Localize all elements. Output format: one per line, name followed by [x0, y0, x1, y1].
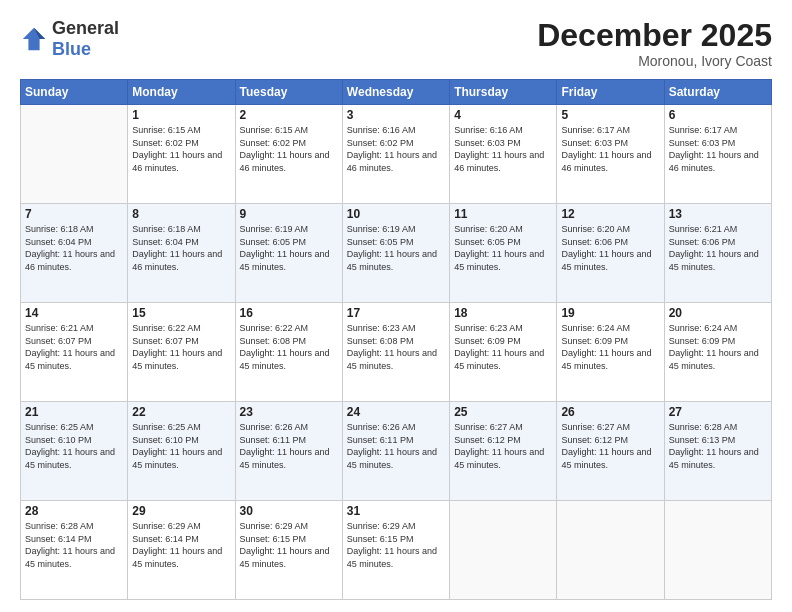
col-header-sunday: Sunday [21, 80, 128, 105]
day-number: 13 [669, 207, 767, 221]
col-header-thursday: Thursday [450, 80, 557, 105]
calendar-header-row: SundayMondayTuesdayWednesdayThursdayFrid… [21, 80, 772, 105]
day-info: Sunrise: 6:20 AMSunset: 6:06 PMDaylight:… [561, 223, 659, 273]
day-number: 28 [25, 504, 123, 518]
calendar-table: SundayMondayTuesdayWednesdayThursdayFrid… [20, 79, 772, 600]
col-header-friday: Friday [557, 80, 664, 105]
day-info: Sunrise: 6:28 AMSunset: 6:13 PMDaylight:… [669, 421, 767, 471]
calendar-cell [450, 501, 557, 600]
calendar-cell: 19Sunrise: 6:24 AMSunset: 6:09 PMDayligh… [557, 303, 664, 402]
day-info: Sunrise: 6:18 AMSunset: 6:04 PMDaylight:… [132, 223, 230, 273]
day-info: Sunrise: 6:23 AMSunset: 6:08 PMDaylight:… [347, 322, 445, 372]
day-number: 4 [454, 108, 552, 122]
title-section: December 2025 Moronou, Ivory Coast [537, 18, 772, 69]
day-info: Sunrise: 6:16 AMSunset: 6:03 PMDaylight:… [454, 124, 552, 174]
calendar-week-row: 21Sunrise: 6:25 AMSunset: 6:10 PMDayligh… [21, 402, 772, 501]
day-info: Sunrise: 6:24 AMSunset: 6:09 PMDaylight:… [561, 322, 659, 372]
calendar-week-row: 14Sunrise: 6:21 AMSunset: 6:07 PMDayligh… [21, 303, 772, 402]
day-info: Sunrise: 6:20 AMSunset: 6:05 PMDaylight:… [454, 223, 552, 273]
day-info: Sunrise: 6:19 AMSunset: 6:05 PMDaylight:… [240, 223, 338, 273]
day-info: Sunrise: 6:27 AMSunset: 6:12 PMDaylight:… [561, 421, 659, 471]
day-info: Sunrise: 6:29 AMSunset: 6:15 PMDaylight:… [240, 520, 338, 570]
calendar-cell: 27Sunrise: 6:28 AMSunset: 6:13 PMDayligh… [664, 402, 771, 501]
day-number: 25 [454, 405, 552, 419]
day-info: Sunrise: 6:16 AMSunset: 6:02 PMDaylight:… [347, 124, 445, 174]
calendar-cell: 10Sunrise: 6:19 AMSunset: 6:05 PMDayligh… [342, 204, 449, 303]
month-title: December 2025 [537, 18, 772, 53]
day-info: Sunrise: 6:24 AMSunset: 6:09 PMDaylight:… [669, 322, 767, 372]
calendar-week-row: 7Sunrise: 6:18 AMSunset: 6:04 PMDaylight… [21, 204, 772, 303]
calendar-cell: 4Sunrise: 6:16 AMSunset: 6:03 PMDaylight… [450, 105, 557, 204]
day-info: Sunrise: 6:26 AMSunset: 6:11 PMDaylight:… [347, 421, 445, 471]
day-number: 22 [132, 405, 230, 419]
calendar-cell: 28Sunrise: 6:28 AMSunset: 6:14 PMDayligh… [21, 501, 128, 600]
calendar-cell: 30Sunrise: 6:29 AMSunset: 6:15 PMDayligh… [235, 501, 342, 600]
calendar-cell [664, 501, 771, 600]
calendar-cell: 24Sunrise: 6:26 AMSunset: 6:11 PMDayligh… [342, 402, 449, 501]
day-number: 2 [240, 108, 338, 122]
location-subtitle: Moronou, Ivory Coast [537, 53, 772, 69]
calendar-cell: 17Sunrise: 6:23 AMSunset: 6:08 PMDayligh… [342, 303, 449, 402]
day-number: 12 [561, 207, 659, 221]
day-number: 1 [132, 108, 230, 122]
calendar-cell [557, 501, 664, 600]
logo: General Blue [20, 18, 119, 60]
page: General Blue December 2025 Moronou, Ivor… [0, 0, 792, 612]
day-number: 10 [347, 207, 445, 221]
day-info: Sunrise: 6:28 AMSunset: 6:14 PMDaylight:… [25, 520, 123, 570]
calendar-cell: 8Sunrise: 6:18 AMSunset: 6:04 PMDaylight… [128, 204, 235, 303]
day-number: 16 [240, 306, 338, 320]
day-number: 3 [347, 108, 445, 122]
day-info: Sunrise: 6:15 AMSunset: 6:02 PMDaylight:… [132, 124, 230, 174]
calendar-cell: 23Sunrise: 6:26 AMSunset: 6:11 PMDayligh… [235, 402, 342, 501]
col-header-monday: Monday [128, 80, 235, 105]
calendar-cell: 14Sunrise: 6:21 AMSunset: 6:07 PMDayligh… [21, 303, 128, 402]
calendar-week-row: 28Sunrise: 6:28 AMSunset: 6:14 PMDayligh… [21, 501, 772, 600]
calendar-week-row: 1Sunrise: 6:15 AMSunset: 6:02 PMDaylight… [21, 105, 772, 204]
calendar-cell: 9Sunrise: 6:19 AMSunset: 6:05 PMDaylight… [235, 204, 342, 303]
calendar-cell: 1Sunrise: 6:15 AMSunset: 6:02 PMDaylight… [128, 105, 235, 204]
day-info: Sunrise: 6:19 AMSunset: 6:05 PMDaylight:… [347, 223, 445, 273]
day-info: Sunrise: 6:23 AMSunset: 6:09 PMDaylight:… [454, 322, 552, 372]
day-info: Sunrise: 6:29 AMSunset: 6:14 PMDaylight:… [132, 520, 230, 570]
day-number: 17 [347, 306, 445, 320]
logo-general: General [52, 18, 119, 38]
calendar-cell: 12Sunrise: 6:20 AMSunset: 6:06 PMDayligh… [557, 204, 664, 303]
day-info: Sunrise: 6:26 AMSunset: 6:11 PMDaylight:… [240, 421, 338, 471]
calendar-cell: 20Sunrise: 6:24 AMSunset: 6:09 PMDayligh… [664, 303, 771, 402]
calendar-cell: 6Sunrise: 6:17 AMSunset: 6:03 PMDaylight… [664, 105, 771, 204]
day-number: 19 [561, 306, 659, 320]
calendar-cell: 7Sunrise: 6:18 AMSunset: 6:04 PMDaylight… [21, 204, 128, 303]
day-info: Sunrise: 6:29 AMSunset: 6:15 PMDaylight:… [347, 520, 445, 570]
day-number: 9 [240, 207, 338, 221]
calendar-cell: 15Sunrise: 6:22 AMSunset: 6:07 PMDayligh… [128, 303, 235, 402]
day-info: Sunrise: 6:25 AMSunset: 6:10 PMDaylight:… [132, 421, 230, 471]
col-header-tuesday: Tuesday [235, 80, 342, 105]
day-number: 31 [347, 504, 445, 518]
calendar-cell: 26Sunrise: 6:27 AMSunset: 6:12 PMDayligh… [557, 402, 664, 501]
day-info: Sunrise: 6:27 AMSunset: 6:12 PMDaylight:… [454, 421, 552, 471]
logo-text: General Blue [52, 18, 119, 60]
calendar-cell: 13Sunrise: 6:21 AMSunset: 6:06 PMDayligh… [664, 204, 771, 303]
day-number: 5 [561, 108, 659, 122]
day-number: 6 [669, 108, 767, 122]
calendar-cell: 18Sunrise: 6:23 AMSunset: 6:09 PMDayligh… [450, 303, 557, 402]
day-number: 11 [454, 207, 552, 221]
calendar-cell: 21Sunrise: 6:25 AMSunset: 6:10 PMDayligh… [21, 402, 128, 501]
day-number: 30 [240, 504, 338, 518]
day-number: 23 [240, 405, 338, 419]
day-info: Sunrise: 6:15 AMSunset: 6:02 PMDaylight:… [240, 124, 338, 174]
day-info: Sunrise: 6:22 AMSunset: 6:07 PMDaylight:… [132, 322, 230, 372]
day-number: 20 [669, 306, 767, 320]
calendar-cell: 22Sunrise: 6:25 AMSunset: 6:10 PMDayligh… [128, 402, 235, 501]
calendar-cell: 25Sunrise: 6:27 AMSunset: 6:12 PMDayligh… [450, 402, 557, 501]
day-number: 24 [347, 405, 445, 419]
day-info: Sunrise: 6:21 AMSunset: 6:06 PMDaylight:… [669, 223, 767, 273]
day-number: 14 [25, 306, 123, 320]
day-number: 27 [669, 405, 767, 419]
day-info: Sunrise: 6:25 AMSunset: 6:10 PMDaylight:… [25, 421, 123, 471]
calendar-cell: 3Sunrise: 6:16 AMSunset: 6:02 PMDaylight… [342, 105, 449, 204]
day-info: Sunrise: 6:17 AMSunset: 6:03 PMDaylight:… [669, 124, 767, 174]
day-number: 26 [561, 405, 659, 419]
calendar-cell: 2Sunrise: 6:15 AMSunset: 6:02 PMDaylight… [235, 105, 342, 204]
